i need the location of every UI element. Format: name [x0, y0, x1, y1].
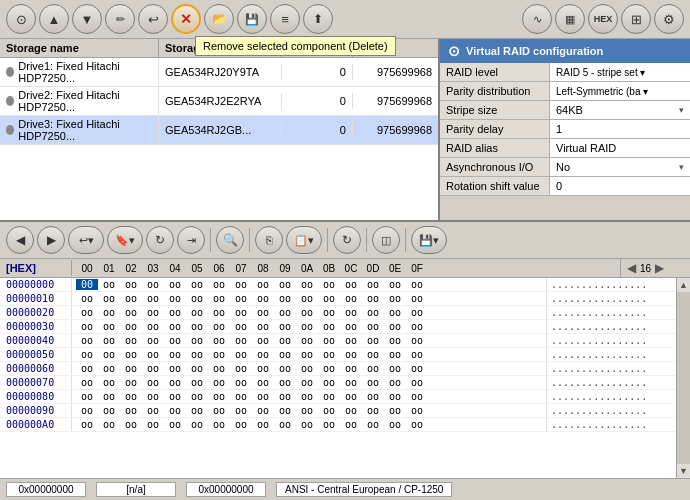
hex-byte-3-7[interactable]: oo — [230, 321, 252, 332]
hex-byte-0-12[interactable]: oo — [340, 279, 362, 290]
hex-byte-6-13[interactable]: oo — [362, 363, 384, 374]
hex-byte-3-4[interactable]: oo — [164, 321, 186, 332]
jump-btn[interactable]: ⇥ — [177, 226, 205, 254]
search-btn[interactable]: 🔍 — [216, 226, 244, 254]
hex-byte-10-4[interactable]: oo — [164, 419, 186, 430]
settings-btn[interactable]: ⚙ — [654, 4, 684, 34]
page-next-btn[interactable]: ▶ — [655, 261, 664, 275]
hex-byte-4-9[interactable]: oo — [274, 335, 296, 346]
hex-byte-9-12[interactable]: oo — [340, 405, 362, 416]
hex-byte-3-3[interactable]: oo — [142, 321, 164, 332]
hex-byte-10-9[interactable]: oo — [274, 419, 296, 430]
refresh2-btn[interactable]: ↻ — [146, 226, 174, 254]
hex-byte-8-14[interactable]: oo — [384, 391, 406, 402]
hex-byte-4-6[interactable]: oo — [208, 335, 230, 346]
hex-byte-5-13[interactable]: oo — [362, 349, 384, 360]
dropdown-arrow-5[interactable]: ▾ — [679, 162, 684, 172]
hex-byte-4-0[interactable]: oo — [76, 335, 98, 346]
hex-byte-1-13[interactable]: oo — [362, 293, 384, 304]
toggle-btn[interactable]: ◫ — [372, 226, 400, 254]
hex-byte-10-1[interactable]: oo — [98, 419, 120, 430]
hex-byte-9-7[interactable]: oo — [230, 405, 252, 416]
hex-byte-3-13[interactable]: oo — [362, 321, 384, 332]
hex-byte-10-11[interactable]: oo — [318, 419, 340, 430]
hex-byte-4-12[interactable]: oo — [340, 335, 362, 346]
hex-byte-9-0[interactable]: oo — [76, 405, 98, 416]
hex-byte-0-8[interactable]: oo — [252, 279, 274, 290]
hex-byte-5-2[interactable]: oo — [120, 349, 142, 360]
hex-byte-4-4[interactable]: oo — [164, 335, 186, 346]
hex-byte-6-6[interactable]: oo — [208, 363, 230, 374]
hex-byte-8-15[interactable]: oo — [406, 391, 428, 402]
grid-btn[interactable]: ⊞ — [621, 4, 651, 34]
hex-byte-8-4[interactable]: oo — [164, 391, 186, 402]
hex-byte-6-2[interactable]: oo — [120, 363, 142, 374]
hex-byte-9-9[interactable]: oo — [274, 405, 296, 416]
hex-byte-6-1[interactable]: oo — [98, 363, 120, 374]
hex-byte-2-12[interactable]: oo — [340, 307, 362, 318]
hex-byte-7-12[interactable]: oo — [340, 377, 362, 388]
hex-byte-10-0[interactable]: oo — [76, 419, 98, 430]
hex-byte-3-14[interactable]: oo — [384, 321, 406, 332]
hex-byte-2-9[interactable]: oo — [274, 307, 296, 318]
hex-byte-2-15[interactable]: oo — [406, 307, 428, 318]
hex-byte-5-10[interactable]: oo — [296, 349, 318, 360]
hex-byte-4-13[interactable]: oo — [362, 335, 384, 346]
hex-byte-7-6[interactable]: oo — [208, 377, 230, 388]
hex-byte-8-13[interactable]: oo — [362, 391, 384, 402]
hex-byte-6-8[interactable]: oo — [252, 363, 274, 374]
hex-byte-3-12[interactable]: oo — [340, 321, 362, 332]
hex-byte-8-6[interactable]: oo — [208, 391, 230, 402]
hex-byte-3-11[interactable]: oo — [318, 321, 340, 332]
hex-byte-8-9[interactable]: oo — [274, 391, 296, 402]
rotate-btn[interactable]: ↻ — [333, 226, 361, 254]
hex-byte-0-0[interactable]: 00 — [76, 279, 98, 290]
hex-byte-1-11[interactable]: oo — [318, 293, 340, 304]
revert-btn[interactable]: ↩▾ — [68, 226, 104, 254]
up-btn[interactable]: ▲ — [39, 4, 69, 34]
hex-byte-1-14[interactable]: oo — [384, 293, 406, 304]
hex-byte-7-13[interactable]: oo — [362, 377, 384, 388]
hex-byte-0-15[interactable]: oo — [406, 279, 428, 290]
hex-byte-10-12[interactable]: oo — [340, 419, 362, 430]
hex-byte-3-1[interactable]: oo — [98, 321, 120, 332]
hex-byte-5-15[interactable]: oo — [406, 349, 428, 360]
hex-byte-5-1[interactable]: oo — [98, 349, 120, 360]
hex-byte-6-10[interactable]: oo — [296, 363, 318, 374]
raid-value-5[interactable]: No ▾ — [550, 158, 690, 176]
scroll-down-btn[interactable]: ▼ — [679, 464, 688, 478]
hex-byte-5-12[interactable]: oo — [340, 349, 362, 360]
hex-byte-7-8[interactable]: oo — [252, 377, 274, 388]
hex-byte-9-6[interactable]: oo — [208, 405, 230, 416]
hex-byte-9-15[interactable]: oo — [406, 405, 428, 416]
hex-byte-4-14[interactable]: oo — [384, 335, 406, 346]
hex-byte-0-14[interactable]: oo — [384, 279, 406, 290]
nav-forward-btn[interactable]: ▶ — [37, 226, 65, 254]
hex-byte-4-8[interactable]: oo — [252, 335, 274, 346]
raid-value-2[interactable]: 64KB ▾ — [550, 101, 690, 119]
hex-byte-8-2[interactable]: oo — [120, 391, 142, 402]
bookmark-btn[interactable]: 🔖▾ — [107, 226, 143, 254]
hex-byte-8-8[interactable]: oo — [252, 391, 274, 402]
hex-byte-5-9[interactable]: oo — [274, 349, 296, 360]
hex-byte-4-10[interactable]: oo — [296, 335, 318, 346]
hex-byte-7-1[interactable]: oo — [98, 377, 120, 388]
hex-byte-2-7[interactable]: oo — [230, 307, 252, 318]
chart-btn[interactable]: ▦ — [555, 4, 585, 34]
hex-byte-7-15[interactable]: oo — [406, 377, 428, 388]
hex-byte-7-9[interactable]: oo — [274, 377, 296, 388]
hex-byte-10-15[interactable]: oo — [406, 419, 428, 430]
hex-byte-5-3[interactable]: oo — [142, 349, 164, 360]
hex-byte-4-3[interactable]: oo — [142, 335, 164, 346]
hex-byte-10-10[interactable]: oo — [296, 419, 318, 430]
hex-byte-3-8[interactable]: oo — [252, 321, 274, 332]
scroll-track[interactable] — [677, 292, 690, 464]
hex-byte-3-6[interactable]: oo — [208, 321, 230, 332]
hex-byte-1-5[interactable]: oo — [186, 293, 208, 304]
hex-byte-4-1[interactable]: oo — [98, 335, 120, 346]
hex-byte-1-6[interactable]: oo — [208, 293, 230, 304]
status-encoding[interactable]: ANSI - Central European / CP-1250 — [276, 482, 452, 497]
hex-byte-2-0[interactable]: oo — [76, 307, 98, 318]
hex-byte-7-10[interactable]: oo — [296, 377, 318, 388]
folder-btn[interactable]: 📂 — [204, 4, 234, 34]
